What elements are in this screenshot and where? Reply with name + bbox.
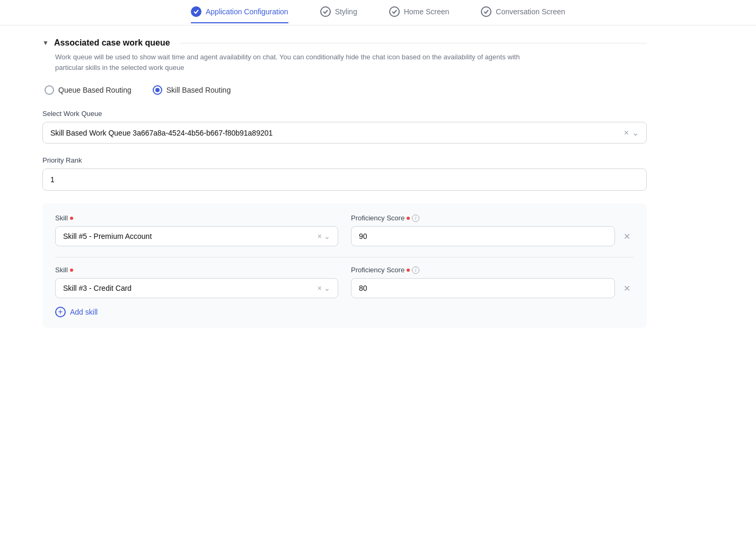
proficiency-2-label: Proficiency Score i bbox=[351, 266, 634, 274]
proficiency-1-remove-btn[interactable]: ✕ bbox=[619, 229, 634, 244]
proficiency-2-required-dot bbox=[407, 269, 410, 272]
work-queue-select[interactable]: Skill Based Work Queue 3a667a8a-4524-4b5… bbox=[42, 122, 647, 144]
nav-step-check-icon-app-config bbox=[191, 6, 201, 17]
proficiency-1-label: Proficiency Score i bbox=[351, 214, 634, 222]
skill-based-routing-option[interactable]: Skill Based Routing bbox=[153, 85, 231, 95]
skill-1-required-dot bbox=[70, 217, 73, 220]
skill-based-radio-circle[interactable] bbox=[153, 85, 162, 95]
skill-2-select[interactable]: Skill #3 - Credit Card × ⌄ bbox=[55, 278, 338, 298]
skill-1-actions: × ⌄ bbox=[318, 232, 330, 240]
nav-step-label-styling: Styling bbox=[335, 7, 357, 16]
skills-container: Skill Skill #5 - Premium Account × ⌄ Pro… bbox=[42, 203, 647, 328]
priority-rank-label: Priority Rank bbox=[42, 156, 647, 164]
proficiency-2-info-icon[interactable]: i bbox=[412, 266, 419, 274]
work-queue-actions: × ⌄ bbox=[624, 128, 639, 138]
proficiency-1-field: Proficiency Score i ✕ bbox=[351, 214, 634, 246]
skill-1-chevron-icon[interactable]: ⌄ bbox=[324, 232, 330, 240]
nav-step-styling[interactable]: Styling bbox=[320, 6, 357, 19]
section-title: Associated case work queue bbox=[54, 38, 170, 48]
skill-1-select[interactable]: Skill #5 - Premium Account × ⌄ bbox=[55, 226, 338, 246]
nav-step-home-screen[interactable]: Home Screen bbox=[389, 6, 450, 19]
collapse-triangle-icon[interactable]: ▼ bbox=[42, 39, 49, 47]
proficiency-2-input[interactable] bbox=[351, 278, 615, 298]
nav-step-label-app-config: Application Configuration bbox=[206, 7, 288, 16]
nav-step-label-conversation-screen: Conversation Screen bbox=[496, 7, 565, 16]
section-divider bbox=[180, 43, 647, 43]
skill-based-routing-label: Skill Based Routing bbox=[166, 86, 231, 94]
skill-2-clear-icon[interactable]: × bbox=[318, 284, 322, 292]
add-skill-label: Add skill bbox=[70, 308, 98, 316]
add-skill-button[interactable]: + Add skill bbox=[55, 307, 98, 317]
proficiency-1-input[interactable] bbox=[351, 226, 615, 246]
work-queue-clear-icon[interactable]: × bbox=[624, 128, 629, 138]
nav-step-conversation-screen[interactable]: Conversation Screen bbox=[481, 6, 565, 19]
proficiency-2-remove-btn[interactable]: ✕ bbox=[619, 281, 634, 296]
queue-based-radio-circle[interactable] bbox=[45, 85, 54, 95]
skill-1-clear-icon[interactable]: × bbox=[318, 232, 322, 240]
main-content: ▼ Associated case work queue Work queue … bbox=[0, 25, 689, 345]
proficiency-1-required-dot bbox=[407, 217, 410, 220]
skill-row-2: Skill Skill #3 - Credit Card × ⌄ Profici… bbox=[55, 266, 634, 298]
skill-2-value: Skill #3 - Credit Card bbox=[63, 284, 318, 292]
skill-2-label: Skill bbox=[55, 266, 338, 274]
queue-based-routing-label: Queue Based Routing bbox=[58, 86, 131, 94]
nav-step-check-icon-home-screen bbox=[389, 6, 400, 17]
add-skill-plus-icon: + bbox=[55, 307, 66, 317]
skill-2-required-dot bbox=[70, 269, 73, 272]
skill-2-chevron-icon[interactable]: ⌄ bbox=[324, 284, 330, 292]
skill-2-field: Skill Skill #3 - Credit Card × ⌄ bbox=[55, 266, 338, 298]
work-queue-field-group: Select Work Queue Skill Based Work Queue… bbox=[42, 110, 647, 144]
work-queue-chevron-icon[interactable]: ⌄ bbox=[632, 128, 639, 138]
skill-1-value: Skill #5 - Premium Account bbox=[63, 232, 318, 240]
work-queue-label: Select Work Queue bbox=[42, 110, 647, 118]
skill-1-field: Skill Skill #5 - Premium Account × ⌄ bbox=[55, 214, 338, 246]
nav-step-check-icon-conversation-screen bbox=[481, 6, 491, 17]
skill-row-divider bbox=[55, 257, 634, 257]
section-description: Work queue will be used to show wait tim… bbox=[55, 52, 532, 73]
proficiency-2-row: ✕ bbox=[351, 278, 634, 298]
priority-rank-input[interactable]: 1 bbox=[42, 168, 647, 191]
nav-step-app-config[interactable]: Application Configuration bbox=[191, 6, 288, 19]
work-queue-value: Skill Based Work Queue 3a667a8a-4524-4b5… bbox=[50, 129, 624, 137]
skill-1-label: Skill bbox=[55, 214, 338, 222]
skill-2-actions: × ⌄ bbox=[318, 284, 330, 292]
proficiency-2-field: Proficiency Score i ✕ bbox=[351, 266, 634, 298]
nav-step-check-icon-styling bbox=[320, 6, 331, 17]
nav-step-label-home-screen: Home Screen bbox=[404, 7, 450, 16]
section-header: ▼ Associated case work queue bbox=[42, 38, 647, 48]
routing-radio-group: Queue Based Routing Skill Based Routing bbox=[45, 85, 647, 95]
proficiency-1-row: ✕ bbox=[351, 226, 634, 246]
top-nav: Application ConfigurationStylingHome Scr… bbox=[0, 0, 756, 25]
priority-rank-field-group: Priority Rank 1 bbox=[42, 156, 647, 191]
skill-row-1: Skill Skill #5 - Premium Account × ⌄ Pro… bbox=[55, 214, 634, 246]
queue-based-routing-option[interactable]: Queue Based Routing bbox=[45, 85, 131, 95]
proficiency-1-info-icon[interactable]: i bbox=[412, 215, 419, 222]
